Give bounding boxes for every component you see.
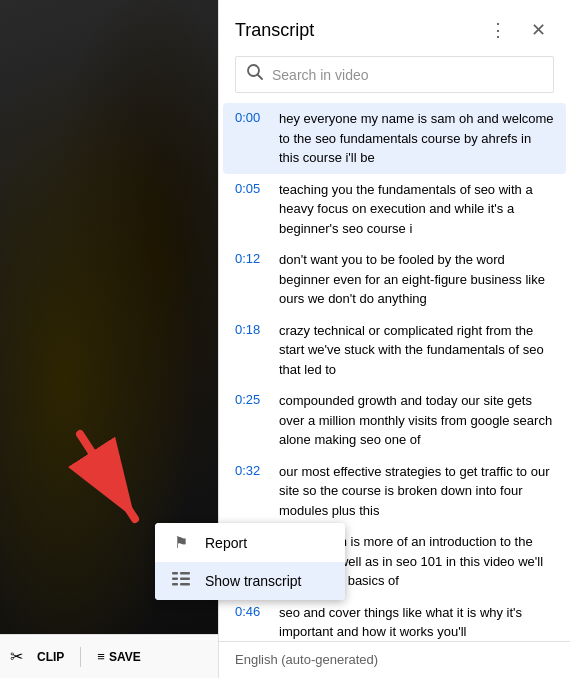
report-icon: ⚑ — [171, 533, 191, 552]
transcript-entry[interactable]: 0:18crazy technical or complicated right… — [223, 315, 566, 386]
save-label: SAVE — [109, 650, 141, 664]
entry-time: 0:00 — [235, 109, 267, 125]
toolbar-divider — [80, 647, 81, 667]
more-icon: ⋮ — [489, 19, 507, 41]
clip-icon: ✂ — [10, 647, 23, 666]
clip-label: CLIP — [37, 650, 64, 664]
transcript-title: Transcript — [235, 20, 314, 41]
red-arrow — [60, 424, 160, 544]
transcript-entry[interactable]: 0:00hey everyone my name is sam oh and w… — [223, 103, 566, 174]
bottom-toolbar: ✂ CLIP ≡ SAVE — [0, 634, 218, 678]
save-icon: ≡ — [97, 649, 105, 664]
entry-time: 0:25 — [235, 391, 267, 407]
transcript-entry[interactable]: 0:32our most effective strategies to get… — [223, 456, 566, 527]
svg-rect-3 — [180, 572, 190, 575]
context-menu: ⚑ Report Show transcript — [155, 523, 345, 600]
save-button[interactable]: ≡ SAVE — [89, 645, 148, 668]
transcript-label: Show transcript — [205, 573, 301, 589]
transcript-entry[interactable]: 0:46seo and cover things like what it is… — [223, 597, 566, 642]
search-icon — [246, 63, 264, 86]
report-label: Report — [205, 535, 247, 551]
transcript-entry[interactable]: 0:25compounded growth and today our site… — [223, 385, 566, 456]
header-icons: ⋮ ✕ — [482, 14, 554, 46]
transcript-icon — [171, 572, 191, 590]
entry-text: compounded growth and today our site get… — [279, 391, 554, 450]
entry-time: 0:18 — [235, 321, 267, 337]
transcript-entry[interactable]: 0:12don't want you to be fooled by the w… — [223, 244, 566, 315]
transcript-entry[interactable]: 0:05teaching you the fundamentals of seo… — [223, 174, 566, 245]
entry-text: teaching you the fundamentals of seo wit… — [279, 180, 554, 239]
close-button[interactable]: ✕ — [522, 14, 554, 46]
entry-text: seo and cover things like what it is why… — [279, 603, 554, 642]
svg-rect-7 — [180, 583, 190, 586]
search-bar — [235, 56, 554, 93]
close-icon: ✕ — [531, 19, 546, 41]
context-menu-report[interactable]: ⚑ Report — [155, 523, 345, 562]
svg-rect-4 — [172, 578, 178, 581]
svg-rect-6 — [172, 583, 178, 586]
search-input[interactable] — [272, 67, 543, 83]
entry-text: hey everyone my name is sam oh and welco… — [279, 109, 554, 168]
more-options-button[interactable]: ⋮ — [482, 14, 514, 46]
entry-time: 0:46 — [235, 603, 267, 619]
context-menu-transcript[interactable]: Show transcript — [155, 562, 345, 600]
entry-time: 0:32 — [235, 462, 267, 478]
svg-line-1 — [80, 434, 135, 519]
svg-rect-5 — [180, 578, 190, 581]
svg-rect-2 — [172, 572, 178, 575]
transcript-header: Transcript ⋮ ✕ — [219, 0, 570, 56]
transcript-footer: English (auto-generated) — [219, 641, 570, 678]
entry-text: crazy technical or complicated right fro… — [279, 321, 554, 380]
clip-button[interactable]: CLIP — [29, 646, 72, 668]
entry-time: 0:12 — [235, 250, 267, 266]
language-label: English (auto-generated) — [235, 652, 378, 667]
svg-line-9 — [258, 75, 263, 80]
entry-text: our most effective strategies to get tra… — [279, 462, 554, 521]
entry-text: don't want you to be fooled by the word … — [279, 250, 554, 309]
entry-time: 0:05 — [235, 180, 267, 196]
